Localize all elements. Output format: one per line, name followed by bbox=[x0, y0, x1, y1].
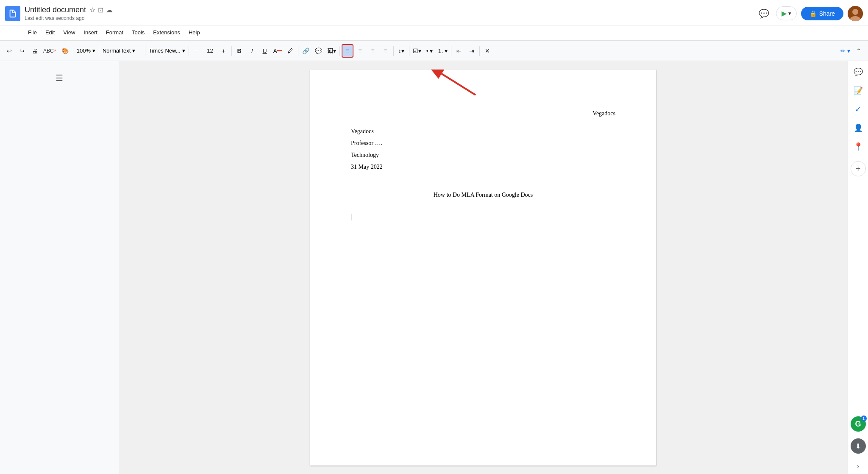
menu-help[interactable]: Help bbox=[184, 28, 204, 37]
align-justify-button[interactable]: ≡ bbox=[380, 44, 392, 58]
title-icons: ☆ ⊡ ☁ bbox=[89, 6, 113, 14]
lock-icon: 🔒 bbox=[810, 10, 817, 17]
header-name: Vegadocs bbox=[351, 110, 615, 117]
redo-button[interactable]: ↪ bbox=[16, 44, 28, 58]
collapse-toolbar-button[interactable]: ⌃ bbox=[853, 44, 865, 58]
increase-indent-button[interactable]: ⇥ bbox=[466, 44, 478, 58]
right-panel: 💬 📝 ✓ 👤 📍 + G 1 ⬇ › bbox=[848, 61, 868, 474]
chevron-down-icon: ▾ bbox=[182, 47, 185, 54]
star-icon[interactable]: ☆ bbox=[89, 6, 95, 14]
insert-image-button[interactable]: 🖼▾ bbox=[326, 44, 338, 58]
doc-line-2: Professor …. bbox=[351, 137, 615, 149]
contacts-icon[interactable]: 👤 bbox=[851, 120, 866, 136]
doc-line-3: Technology bbox=[351, 149, 615, 161]
decrease-font-size-button[interactable]: − bbox=[191, 44, 203, 58]
menu-edit[interactable]: Edit bbox=[41, 28, 59, 37]
clear-formatting-button[interactable]: ✕ bbox=[481, 44, 493, 58]
undo-button[interactable]: ↩ bbox=[3, 44, 15, 58]
svg-line-4 bbox=[442, 74, 476, 95]
doc-title-row: Untitled document ☆ ⊡ ☁ bbox=[25, 6, 757, 14]
insert-comment-button[interactable]: 💬 bbox=[313, 44, 325, 58]
decrease-indent-button[interactable]: ⇤ bbox=[453, 44, 465, 58]
user-avatar[interactable] bbox=[848, 6, 863, 21]
separator-9 bbox=[409, 46, 409, 56]
folder-icon[interactable]: ⊡ bbox=[98, 6, 103, 14]
last-edit-status: Last edit was seconds ago bbox=[25, 15, 757, 21]
document-area: ☰ Vegadocs Vegadocs Pro bbox=[0, 61, 868, 474]
chevron-down-icon: ▾ bbox=[132, 47, 135, 54]
sticky-notes-icon[interactable]: 📝 bbox=[851, 83, 866, 98]
separator-7 bbox=[339, 46, 340, 56]
increase-font-size-button[interactable]: + bbox=[218, 44, 230, 58]
doc-cursor-line[interactable] bbox=[351, 213, 615, 225]
text-cursor bbox=[351, 214, 351, 220]
meet-button[interactable]: ▶ ▾ bbox=[776, 6, 797, 20]
document-scroll[interactable]: Vegadocs Vegadocs Professor …. Technolog… bbox=[119, 61, 848, 474]
separator-4 bbox=[189, 46, 189, 56]
underline-button[interactable]: U bbox=[259, 44, 271, 58]
bold-button[interactable]: B bbox=[234, 44, 245, 58]
text-color-button[interactable]: A bbox=[272, 44, 284, 58]
share-button[interactable]: 🔒 Share bbox=[801, 7, 843, 20]
meet-icon: ▶ bbox=[782, 9, 787, 17]
grammarly-count: 1 bbox=[861, 415, 867, 421]
cloud-icon[interactable]: ☁ bbox=[106, 6, 113, 14]
separator-6 bbox=[298, 46, 298, 56]
spell-check-button[interactable]: ABC✓ bbox=[42, 44, 58, 58]
toolbar: ↩ ↪ 🖨 ABC✓ 🎨 100% ▾ Normal text ▾ Times … bbox=[0, 41, 868, 61]
menu-bar: File Edit View Insert Format Tools Exten… bbox=[0, 25, 868, 41]
document-page: Vegadocs Vegadocs Professor …. Technolog… bbox=[310, 70, 656, 466]
font-size-input[interactable] bbox=[203, 47, 217, 54]
doc-title-area: Untitled document ☆ ⊡ ☁ Last edit was se… bbox=[25, 6, 757, 21]
highlight-color-button[interactable]: 🖊 bbox=[284, 44, 296, 58]
align-center-button[interactable]: ≡ bbox=[354, 44, 366, 58]
import-icon[interactable]: ⬇ bbox=[851, 438, 866, 454]
paragraph-style-selector[interactable]: Normal text ▾ bbox=[101, 45, 143, 57]
paint-format-button[interactable]: 🎨 bbox=[59, 44, 71, 58]
separator-1 bbox=[73, 46, 73, 56]
menu-tools[interactable]: Tools bbox=[128, 28, 149, 37]
font-size-area: − + bbox=[191, 44, 230, 58]
separator-11 bbox=[479, 46, 480, 56]
print-button[interactable]: 🖨 bbox=[29, 44, 41, 58]
separator-2 bbox=[99, 46, 99, 56]
italic-button[interactable]: I bbox=[246, 44, 258, 58]
doc-title[interactable]: Untitled document bbox=[25, 6, 86, 14]
top-right-actions: 💬 ▶ ▾ 🔒 Share bbox=[757, 6, 863, 21]
menu-file[interactable]: File bbox=[24, 28, 41, 37]
expand-panel-icon[interactable]: › bbox=[851, 459, 866, 474]
menu-view[interactable]: View bbox=[59, 28, 79, 37]
comment-button[interactable]: 💬 bbox=[757, 6, 772, 21]
bulleted-list-button[interactable]: • ▾ bbox=[424, 44, 436, 58]
chat-panel-icon[interactable]: 💬 bbox=[851, 64, 866, 80]
tasks-icon[interactable]: ✓ bbox=[851, 102, 866, 117]
separator-3 bbox=[145, 46, 145, 56]
doc-line-4: 31 May 2022 bbox=[351, 161, 615, 173]
svg-point-1 bbox=[852, 9, 858, 15]
separator-5 bbox=[231, 46, 232, 56]
editing-mode-button[interactable]: ✏ ▾ bbox=[839, 44, 852, 58]
maps-icon[interactable]: 📍 bbox=[851, 139, 866, 154]
insert-link-button[interactable]: 🔗 bbox=[300, 44, 312, 58]
chevron-down-icon: ▾ bbox=[92, 47, 95, 54]
add-apps-button[interactable]: + bbox=[851, 161, 866, 176]
font-selector[interactable]: Times New... ▾ bbox=[147, 45, 187, 57]
app-icon[interactable] bbox=[5, 6, 20, 21]
menu-format[interactable]: Format bbox=[102, 28, 128, 37]
zoom-selector[interactable]: 100% ▾ bbox=[75, 45, 97, 57]
align-left-button[interactable]: ≡ bbox=[342, 44, 353, 58]
numbered-list-button[interactable]: 1. ▾ bbox=[437, 44, 450, 58]
top-bar: Untitled document ☆ ⊡ ☁ Last edit was se… bbox=[0, 0, 868, 25]
align-right-button[interactable]: ≡ bbox=[367, 44, 379, 58]
doc-title-line: How to Do MLA Format on Google Docs bbox=[351, 189, 615, 201]
checklist-button[interactable]: ☑▾ bbox=[411, 44, 423, 58]
separator-10 bbox=[451, 46, 451, 56]
document-body[interactable]: Vegadocs Professor …. Technology 31 May … bbox=[351, 125, 615, 225]
doc-line-1: Vegadocs bbox=[351, 125, 615, 137]
left-panel: ☰ bbox=[0, 61, 119, 474]
menu-insert[interactable]: Insert bbox=[79, 28, 102, 37]
menu-extensions[interactable]: Extensions bbox=[149, 28, 184, 37]
grammarly-badge: G 1 bbox=[851, 416, 866, 432]
line-spacing-button[interactable]: ↕▾ bbox=[395, 44, 407, 58]
outline-icon[interactable]: ☰ bbox=[52, 70, 67, 86]
